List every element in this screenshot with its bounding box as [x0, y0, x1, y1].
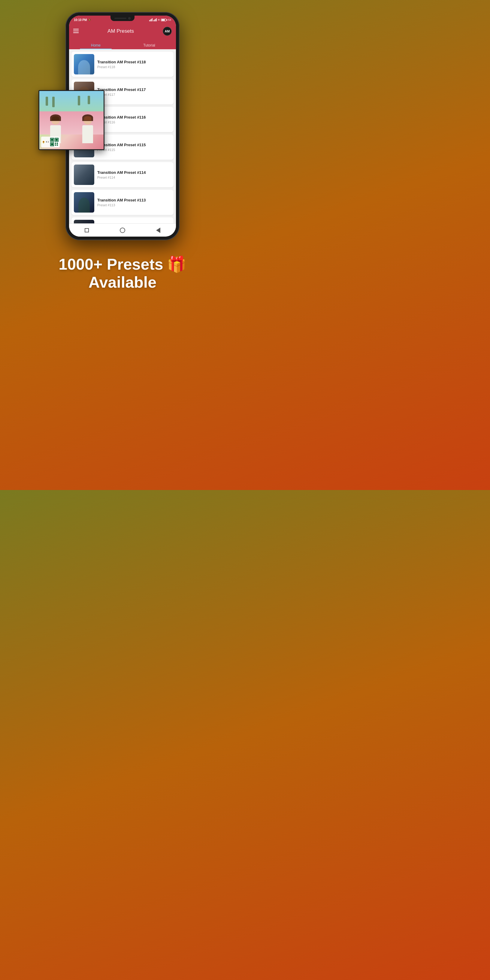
- battery-icon: [161, 19, 167, 21]
- preset-card-112[interactable]: Transition AM Preset #112 Preset #112: [72, 217, 173, 223]
- app-bar: AM Presets AM: [69, 24, 176, 38]
- app-title: AM Presets: [108, 28, 134, 34]
- promo-line1: 1000+ Presets: [59, 256, 163, 274]
- gift-icon: 🎁: [167, 255, 186, 274]
- preset-thumbnail-112: [74, 220, 94, 223]
- preset-card-118[interactable]: Transition AM Preset #118 Preset #118: [72, 52, 173, 77]
- svg-rect-10: [55, 143, 56, 144]
- preset-thumbnail-113: [74, 192, 94, 213]
- preset-info-117: Transition AM Preset #117 Preset #117: [97, 88, 171, 96]
- preset-thumbnail-114: [74, 164, 94, 185]
- mute-icon: 🔕: [88, 19, 91, 21]
- preset-thumbnail-118: [74, 54, 94, 75]
- battery-percent: 53: [168, 18, 171, 21]
- nav-square-button[interactable]: [83, 227, 91, 234]
- preset-info-115: Transition AM Preset #115 Preset #115: [97, 143, 171, 152]
- svg-rect-7: [56, 139, 58, 141]
- preset-card-113[interactable]: Transition AM Preset #113 Preset #113: [72, 190, 173, 215]
- preset-title-115: Transition AM Preset #115: [97, 143, 171, 147]
- status-icons: ≋ 53: [149, 18, 171, 21]
- nav-home-button[interactable]: [119, 227, 126, 234]
- tab-home[interactable]: Home: [69, 43, 123, 49]
- preset-card-114[interactable]: Transition AM Preset #114 Preset #114: [72, 162, 173, 187]
- signal-icon-2: [153, 18, 157, 21]
- hamburger-button[interactable]: [73, 28, 79, 35]
- preset-subtitle-113: Preset #113: [97, 203, 171, 207]
- girl-right: [72, 101, 103, 143]
- phone-notch: 10:10 PM 🔕 ≋: [69, 16, 176, 24]
- bottom-navigation: [69, 223, 176, 237]
- preset-title-114: Transition AM Preset #114: [97, 170, 171, 175]
- preset-subtitle-114: Preset #114: [97, 176, 171, 179]
- preset-title-113: Transition AM Preset #113: [97, 198, 171, 202]
- nav-back-button[interactable]: [154, 227, 162, 234]
- svg-rect-12: [55, 145, 56, 146]
- promo-line2: Available: [59, 274, 186, 291]
- status-time: 10:10 PM: [74, 18, 87, 22]
- svg-rect-2: [73, 32, 79, 33]
- phone-mockup: 10:10 PM 🔕 ≋: [65, 12, 180, 240]
- status-time-area: 10:10 PM 🔕: [74, 18, 91, 22]
- preset-subtitle-116: Preset #116: [97, 120, 171, 124]
- signal-icon: [149, 18, 153, 21]
- preset-subtitle-118: Preset #118: [97, 65, 171, 69]
- tab-tutorial[interactable]: Tutorial: [123, 43, 176, 49]
- preset-info-118: Transition AM Preset #118 Preset #118: [97, 60, 171, 69]
- notch-camera: [110, 16, 135, 21]
- svg-rect-1: [73, 30, 79, 31]
- speaker: [115, 18, 126, 19]
- bottom-promo: 1000+ Presets 🎁 Available: [46, 255, 198, 291]
- avatar-initials: AM: [164, 29, 170, 33]
- preset-info-116: Transition AM Preset #116 Preset #116: [97, 115, 171, 124]
- preset-title-117: Transition AM Preset #117: [97, 88, 171, 92]
- svg-rect-9: [51, 143, 53, 145]
- qr-overlay: 🌻 ₭ 3: [41, 137, 60, 148]
- svg-rect-0: [73, 29, 79, 29]
- svg-rect-11: [57, 143, 58, 144]
- preset-subtitle-117: Preset #117: [97, 93, 171, 96]
- popout-background: 🌻 ₭ 3: [39, 91, 103, 149]
- tab-bar: Home Tutorial: [69, 38, 176, 49]
- camera: [128, 17, 130, 19]
- svg-rect-13: [57, 145, 58, 146]
- preset-info-114: Transition AM Preset #114 Preset #114: [97, 170, 171, 179]
- preset-subtitle-115: Preset #115: [97, 148, 171, 152]
- preset-info-113: Transition AM Preset #113 Preset #113: [97, 198, 171, 207]
- preset-title-116: Transition AM Preset #116: [97, 115, 171, 119]
- svg-rect-5: [51, 139, 53, 141]
- popout-preview: 🌻 ₭ 3: [38, 90, 105, 150]
- user-avatar[interactable]: AM: [163, 27, 172, 36]
- preset-title-118: Transition AM Preset #118: [97, 60, 171, 64]
- qr-code: [50, 137, 59, 146]
- wifi-icon: ≋: [158, 18, 160, 21]
